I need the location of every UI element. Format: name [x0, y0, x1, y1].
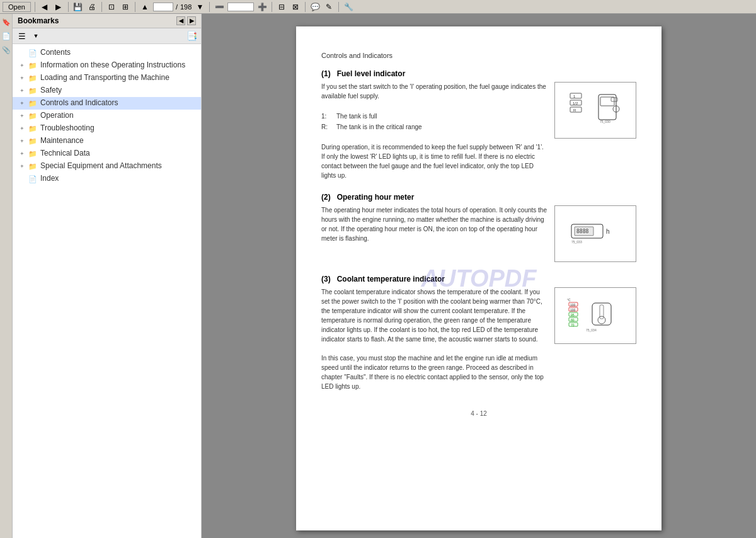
section-3-image: °C 100 100 95 80 70: [554, 287, 636, 344]
zoom-out-page-icon[interactable]: ⊡: [106, 1, 117, 13]
sidebar-add-icon[interactable]: 📑: [186, 30, 197, 42]
page-number: 4 - 12: [321, 410, 636, 417]
svg-text:75_030: 75_030: [600, 120, 610, 123]
expander-safety[interactable]: +: [18, 86, 26, 96]
s1-def-2: R: The tank is in the critical range: [321, 122, 547, 132]
save-icon[interactable]: 💾: [72, 1, 84, 13]
sidebar-next-btn[interactable]: ▶: [187, 16, 196, 25]
section-2-text: The operating hour meter indicates the t…: [321, 205, 547, 262]
sidebar-label-index: Index: [40, 174, 198, 184]
page-total: 198: [180, 3, 192, 11]
expander-loading[interactable]: +: [18, 73, 26, 83]
separator-5: [209, 2, 210, 12]
sidebar-item-troubleshooting[interactable]: +📁Troubleshooting: [13, 122, 201, 135]
markup-icon[interactable]: ✎: [323, 1, 335, 13]
page-separator: /: [176, 3, 178, 11]
pages-panel-icon[interactable]: 📄: [1, 30, 12, 42]
s1-def-1: 1: The tank is full: [321, 112, 547, 121]
sidebar-item-loading[interactable]: +📁Loading and Transporting the Machine: [13, 72, 201, 84]
section-1-image: 1 1/2 R 75_030: [554, 82, 636, 139]
sidebar-label-contents: Contents: [40, 48, 198, 58]
sidebar-tree: 📄Contents+📁Information on these Operatin…: [13, 44, 201, 538]
svg-text:1/2: 1/2: [573, 101, 578, 105]
content-area[interactable]: AUTOPDF Controls and Indicators (1) Fuel…: [202, 14, 756, 538]
prev-page-icon[interactable]: ▲: [139, 1, 151, 13]
sidebar-item-operation[interactable]: +📁Operation: [13, 110, 201, 122]
back-icon[interactable]: ◀: [39, 1, 50, 13]
section-3-text: The coolant temperature indicator shows …: [321, 287, 547, 391]
next-page-icon[interactable]: ▼: [194, 1, 205, 13]
sidebar-label-special-equipment: Special Equipment and Attachments: [40, 161, 198, 171]
sidebar-item-info-operating[interactable]: +📁Information on these Operating Instruc…: [13, 59, 201, 72]
svg-text:80: 80: [571, 318, 575, 322]
folder-icon-safety: 📁: [28, 86, 38, 96]
fit-width-icon[interactable]: ⊟: [276, 1, 287, 13]
svg-text:75_033: 75_033: [571, 240, 582, 244]
svg-text:70: 70: [571, 323, 575, 327]
page-input[interactable]: 64: [153, 3, 173, 11]
expander-operation[interactable]: +: [18, 111, 26, 121]
svg-text:R: R: [573, 108, 576, 112]
sidebar-item-maintenance[interactable]: +📁Maintenance: [13, 135, 201, 147]
zoom-in-page-icon[interactable]: ⊞: [120, 1, 131, 13]
expander-special-equipment[interactable]: +: [18, 161, 26, 171]
s1-p2: During operation, it is recommended to k…: [321, 142, 547, 180]
operating-hour-meter-svg: 8888 h 75_033: [564, 218, 627, 249]
tool-icon[interactable]: 🔧: [343, 1, 354, 13]
expander-controls[interactable]: +: [18, 98, 26, 108]
attachments-panel-icon[interactable]: 📎: [1, 44, 12, 55]
section-2: (2) Operating hour meter The operating h…: [321, 193, 636, 262]
svg-text:8888: 8888: [576, 229, 588, 234]
s3-p2: In this case, you must stop the machine …: [321, 353, 547, 391]
sidebar-label-controls: Controls and Indicators: [40, 98, 198, 108]
sidebar-view-dropdown-icon[interactable]: ▼: [30, 30, 42, 42]
toolbar: Open ◀ ▶ 💾 🖨 ⊡ ⊞ ▲ 64 / 198 ▼ ➖ 73,3% ➕ …: [0, 0, 756, 14]
sidebar-header: Bookmarks ◀ ▶: [13, 14, 201, 28]
fit-page-icon[interactable]: ⊠: [290, 1, 301, 13]
separator-8: [338, 2, 339, 12]
sidebar-item-technical-data[interactable]: +📁Technical Data: [13, 147, 201, 160]
expander-maintenance[interactable]: +: [18, 136, 26, 146]
section-1-content: If you set the start switch to the 'I' o…: [321, 82, 636, 180]
zoom-out-icon[interactable]: ➖: [214, 1, 225, 13]
sidebar-title: Bookmarks: [18, 16, 59, 25]
folder-icon-technical-data: 📁: [28, 149, 38, 159]
svg-rect-27: [592, 303, 611, 325]
main-area: 🔖 📄 📎 Bookmarks ◀ ▶ ☰ ▼ 📑 📄Contents+📁Inf…: [0, 14, 756, 538]
sidebar-prev-btn[interactable]: ◀: [176, 16, 185, 25]
svg-text:95: 95: [571, 313, 575, 317]
sidebar-item-controls[interactable]: +📁Controls and Indicators: [13, 97, 201, 110]
zoom-in-icon[interactable]: ➕: [256, 1, 268, 13]
zoom-input[interactable]: 73,3%: [227, 3, 254, 11]
pdf-page: AUTOPDF Controls and Indicators (1) Fuel…: [296, 26, 662, 530]
svg-text:1: 1: [573, 94, 576, 98]
folder-icon-operation: 📁: [28, 111, 38, 121]
section-1: (1) Fuel level indicator If you set the …: [321, 69, 636, 180]
s1-p1: If you set the start switch to the 'I' o…: [321, 82, 547, 101]
svg-text:h: h: [606, 228, 610, 235]
separator-7: [305, 2, 306, 12]
folder-icon-maintenance: 📁: [28, 136, 38, 146]
s2-p1: The operating hour meter indicates the t…: [321, 205, 547, 243]
sidebar-item-safety[interactable]: +📁Safety: [13, 84, 201, 97]
sidebar-item-index[interactable]: 📄Index: [13, 173, 201, 185]
sidebar-label-loading: Loading and Transporting the Machine: [40, 73, 198, 83]
separator-2: [68, 2, 69, 12]
sidebar-view-icon[interactable]: ☰: [16, 30, 28, 42]
sidebar-item-special-equipment[interactable]: +📁Special Equipment and Attachments: [13, 160, 201, 173]
comment-icon[interactable]: 💬: [309, 1, 321, 13]
separator-1: [35, 2, 35, 12]
s3-p1: The coolant temperature indicator shows …: [321, 287, 547, 344]
forward-icon[interactable]: ▶: [53, 1, 64, 13]
svg-point-28: [598, 316, 605, 324]
open-button[interactable]: Open: [3, 2, 31, 12]
expander-technical-data[interactable]: +: [18, 149, 26, 159]
print-icon[interactable]: 🖨: [86, 1, 98, 13]
bookmarks-panel-icon[interactable]: 🔖: [1, 16, 12, 28]
folder-icon-info-operating: 📁: [28, 60, 38, 71]
expander-troubleshooting[interactable]: +: [18, 123, 26, 134]
page-icon-index: 📄: [28, 174, 38, 184]
expander-info-operating[interactable]: +: [18, 60, 26, 71]
sidebar-item-contents[interactable]: 📄Contents: [13, 47, 201, 59]
folder-icon-troubleshooting: 📁: [28, 123, 38, 134]
